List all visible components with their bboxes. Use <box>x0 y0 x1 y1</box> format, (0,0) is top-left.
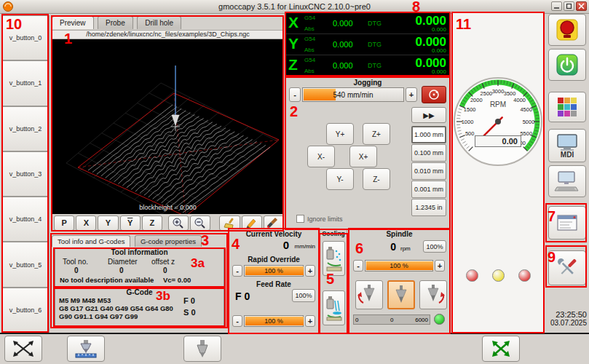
tab-tool-info[interactable]: Tool info and G-codes <box>52 235 130 247</box>
view-z-button[interactable]: Z <box>142 215 162 231</box>
zoom-out-icon <box>193 217 207 229</box>
diameter-value: 0 <box>119 266 124 274</box>
jog-z-minus-button[interactable]: Z- <box>363 168 390 190</box>
mdi-button[interactable]: MDI <box>548 129 586 162</box>
dtg-label: DTG <box>368 20 382 27</box>
rpm-gauge: 5001000150020002500300035004000450050005… <box>453 68 543 175</box>
jog-y-minus-button[interactable]: Y- <box>326 168 354 190</box>
estop-button[interactable] <box>548 14 586 46</box>
view-y2-button[interactable]: Y <box>120 215 141 231</box>
spindle-left-button[interactable] <box>355 280 383 309</box>
gcode-line-1: M5 M9 M48 M53 <box>59 296 111 304</box>
abs-value: 0.000 <box>333 19 353 28</box>
v-button-6[interactable]: v_button_6 <box>1 288 50 333</box>
gcode-line-2: G8 G17 G21 G40 G49 G54 G64 G80 <box>59 304 173 312</box>
spindle-plus-button[interactable]: + <box>435 260 445 272</box>
jog-x-minus-button[interactable]: X- <box>307 146 335 167</box>
jog-speed-slider[interactable]: 540 mm/min <box>302 87 404 102</box>
increment-01mm-button[interactable]: 0.100 mm <box>411 144 446 162</box>
handwheel-button[interactable] <box>422 86 446 103</box>
tab-probe[interactable]: Probe <box>98 16 133 29</box>
spindle-100-button[interactable]: 100% <box>423 240 446 253</box>
zoom-in-button[interactable] <box>168 215 189 231</box>
jog-y-plus-button[interactable]: Y+ <box>326 123 354 145</box>
tool-icon <box>188 339 217 359</box>
dro-axis-y[interactable]: Y G54 Abs 0.000 DTG 0.000 0.000 <box>286 34 449 55</box>
jog-speed-plus-button[interactable]: + <box>406 87 417 102</box>
zoom-out-button[interactable] <box>190 215 210 231</box>
jog-speed-minus-button[interactable]: - <box>289 87 301 102</box>
show-dro-button[interactable] <box>4 336 42 362</box>
v-button-0[interactable]: v_button_0 <box>1 15 50 60</box>
date-display: 03.07.2025 <box>550 319 587 327</box>
v-button-1[interactable]: v_button_1 <box>1 60 50 106</box>
estop-icon <box>555 17 580 42</box>
rpm-label: RPM <box>452 100 544 108</box>
dialog-window-button[interactable] <box>548 206 586 240</box>
gcode-frame: G-Code M5 M9 M48 M53 G8 G17 G21 G40 G49 … <box>55 288 224 326</box>
dro-axis-z[interactable]: Z G54 Abs 0.000 DTG 0.000 0.000 <box>286 55 449 76</box>
status-led-center <box>492 269 505 282</box>
close-button[interactable] <box>576 1 587 11</box>
spindle-right-button[interactable] <box>419 280 447 309</box>
window-icon <box>555 212 580 234</box>
v-button-5[interactable]: v_button_5 <box>1 242 50 287</box>
spindle-override-slider[interactable]: 100 % <box>365 260 433 272</box>
tool-measure-button[interactable] <box>67 336 105 362</box>
gremlin-3d-view[interactable]: blockheight = 0.000 <box>52 39 284 214</box>
jog-x-plus-button[interactable]: X+ <box>349 146 377 167</box>
tab-drill-hole[interactable]: Drill hole <box>137 16 181 29</box>
increment-001mm-button[interactable]: 0.010 mm <box>411 162 446 180</box>
spindle-minus-button[interactable]: - <box>353 260 363 272</box>
jog-z-plus-button[interactable]: Z+ <box>363 123 390 145</box>
maximize-button[interactable] <box>564 1 574 11</box>
tool-information-title: Tool information <box>55 248 224 256</box>
axis-letter: Y <box>288 34 299 53</box>
speed-code: S 0 <box>183 308 196 317</box>
tool-description: No tool description available <box>60 276 154 284</box>
spindle-stop-button[interactable] <box>387 280 415 309</box>
feed-plus-button[interactable]: + <box>305 315 315 327</box>
offset-z-header: offset z <box>151 258 175 266</box>
feed-rate-title: Feed Rate <box>229 280 318 288</box>
feed-rate-slider[interactable]: 100 % <box>244 315 304 327</box>
minimize-button[interactable] <box>551 1 562 11</box>
tool-settings-button[interactable] <box>548 250 586 285</box>
feed-100-button[interactable]: 100% <box>292 289 315 302</box>
mist-button[interactable] <box>323 241 345 276</box>
view-x-button[interactable]: X <box>76 215 96 231</box>
preview-panel: Preview Probe Drill hole /home/zdenek/li… <box>52 15 284 232</box>
rapid-override-slider[interactable]: 100 % <box>244 265 304 277</box>
gcode-frame-title: G-Code <box>55 288 224 296</box>
fast-jog-button[interactable]: ▶▶ <box>411 107 446 123</box>
machine-on-button[interactable] <box>548 49 586 81</box>
increment-inch-button[interactable]: 1.2345 in <box>411 199 446 216</box>
left-button-column: v_button_0 v_button_1 v_button_2 v_butto… <box>1 15 50 333</box>
dro-axis-x[interactable]: X G54 Abs 0.000 DTG 0.000 0.000 <box>286 13 449 34</box>
view-y-button[interactable]: Y <box>98 215 118 231</box>
gcode-line-3: G90 G91.1 G94 G97 G99 <box>59 312 138 320</box>
flood-button[interactable] <box>323 290 345 325</box>
settings-button[interactable] <box>548 92 586 122</box>
keyboard-button[interactable] <box>548 165 586 197</box>
rapid-minus-button[interactable]: - <box>232 265 242 277</box>
v-button-3[interactable]: v_button_3 <box>1 151 50 197</box>
fullscreen-button[interactable] <box>482 336 520 362</box>
increment-0001mm-button[interactable]: 0.001 mm <box>411 181 446 198</box>
v-button-2[interactable]: v_button_2 <box>1 106 50 151</box>
current-velocity-title: Current Velocity <box>229 230 318 238</box>
gmoccapy-window: gmoccapy 3.5.1 for LinuxCNC 2.10.0~pre0 … <box>0 0 589 364</box>
feed-minus-button[interactable]: - <box>232 315 242 327</box>
tab-preview[interactable]: Preview <box>52 16 94 29</box>
tool-change-button[interactable] <box>183 336 221 362</box>
tab-gcode-properties[interactable]: G-code properties <box>135 235 202 247</box>
ref-label: Abs <box>304 47 315 53</box>
blockheight-label: blockheight = 0.000 <box>52 204 284 211</box>
v-button-4[interactable]: v_button_4 <box>1 197 50 242</box>
velocity-value: 0 <box>283 239 289 251</box>
ignore-limits-checkbox[interactable] <box>296 215 304 223</box>
view-perspective-button[interactable]: P <box>54 215 74 231</box>
rapid-plus-button[interactable]: + <box>305 265 315 277</box>
spindle-gauge-panel: 5001000150020002500300035004000450050005… <box>451 12 545 333</box>
increment-1mm-button[interactable]: 1.000 mm <box>411 126 446 143</box>
